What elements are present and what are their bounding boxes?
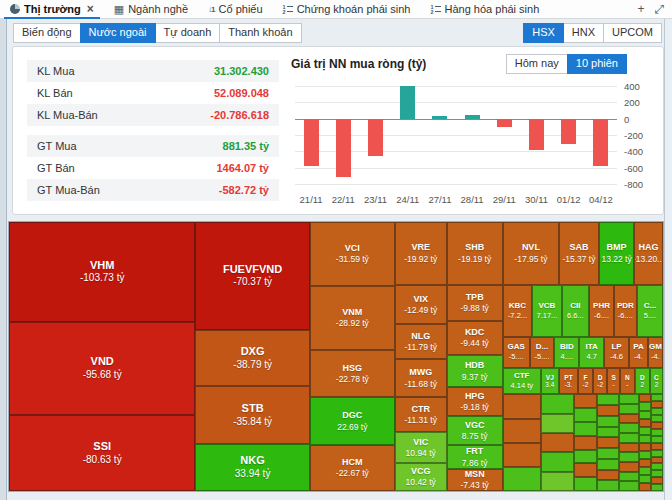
treemap-cell-small[interactable] — [503, 419, 541, 443]
close-icon[interactable]: × — [87, 3, 94, 15]
treemap-cell-small[interactable] — [619, 443, 639, 453]
bar-28-11[interactable] — [465, 115, 480, 119]
treemap-cell-small[interactable] — [651, 408, 663, 415]
exchange-hnx[interactable]: HNX — [563, 23, 604, 43]
treemap-cell-hcm[interactable]: HCM-22.67 tỷ — [310, 445, 395, 491]
treemap-cell-small[interactable] — [541, 433, 574, 452]
treemap-cell-small[interactable] — [541, 414, 574, 433]
treemap-cell-lp[interactable]: LP-4.6 — [604, 337, 629, 368]
treemap-cell-small[interactable] — [651, 484, 663, 491]
treemap-cell-ctf[interactable]: CTF4.14 tỷ — [503, 368, 541, 395]
treemap-cell-small[interactable] — [639, 483, 651, 491]
treemap-cell-vix[interactable]: VIX-12.49 tỷ — [395, 285, 447, 325]
exchange-upcom[interactable]: UPCOM — [603, 23, 662, 43]
treemap-cell-small[interactable] — [651, 401, 663, 408]
bar-24-11[interactable] — [400, 86, 415, 119]
treemap-cell-small[interactable] — [639, 435, 651, 443]
treemap-cell-phr[interactable]: PHR-6.... — [589, 285, 614, 337]
treemap-cell-vcg[interactable]: VCG10.42 tỷ — [395, 463, 447, 491]
bar-21-11[interactable] — [304, 119, 319, 166]
treemap-cell-gm[interactable]: GM-4. — [648, 337, 663, 368]
tab-chung-khoan-phai-sinh[interactable]: 12Chứng khoán phái sinh — [273, 0, 421, 18]
treemap-cell-stb[interactable]: STB-35.84 tỷ — [195, 386, 309, 444]
range-hom-nay[interactable]: Hôm nay — [506, 54, 568, 74]
bar-29-11[interactable] — [497, 119, 512, 127]
treemap-cell-ita[interactable]: ITA4.7 — [579, 337, 604, 368]
treemap-cell-small[interactable] — [619, 481, 639, 491]
bar-22-11[interactable] — [336, 119, 351, 178]
treemap-cell-small[interactable] — [597, 437, 619, 448]
treemap-cell-small[interactable] — [619, 472, 639, 482]
treemap-cell-msn[interactable]: MSN-7.43 tỷ — [447, 469, 503, 491]
treemap-cell-cii[interactable]: CII6.6... — [562, 285, 589, 337]
treemap-cell-small[interactable] — [619, 394, 639, 404]
treemap-cell-small[interactable] — [597, 405, 619, 416]
exchange-hsx[interactable]: HSX — [523, 23, 564, 43]
treemap-cell-dxg[interactable]: DXG-38.79 tỷ — [195, 330, 309, 387]
treemap-cell-n[interactable]: N- — [620, 368, 635, 395]
treemap-cell-vgc[interactable]: VGC8.75 tỷ — [447, 416, 503, 445]
left-splitter[interactable] — [0, 19, 7, 500]
treemap-cell-frt[interactable]: FRT7.86 tỷ — [447, 445, 503, 469]
treemap-cell-small[interactable] — [574, 463, 597, 477]
treemap-cell-pt[interactable]: PT-3. — [559, 368, 578, 395]
treemap-cell-small[interactable] — [597, 448, 619, 459]
treemap-cell-small[interactable] — [597, 470, 619, 481]
treemap-cell-small[interactable] — [651, 470, 663, 477]
treemap-cell-s[interactable]: S- — [607, 368, 619, 395]
treemap-cell-small[interactable] — [639, 475, 651, 483]
add-tab-button[interactable]: + — [637, 3, 644, 15]
treemap-cell-small[interactable] — [639, 427, 651, 435]
bar-27-11[interactable] — [432, 116, 447, 119]
treemap-cell-small[interactable] — [619, 452, 639, 462]
filter-tu-doanh[interactable]: Tự doanh — [155, 23, 221, 43]
treemap-cell-small[interactable] — [503, 443, 541, 467]
treemap-cell-small[interactable] — [619, 423, 639, 433]
treemap-cell-tpb[interactable]: TPB-9.88 tỷ — [447, 285, 503, 321]
treemap-cell-small[interactable] — [651, 394, 663, 401]
treemap-cell-small[interactable] — [639, 467, 651, 475]
treemap-cell-shb[interactable]: SHB-19.19 tỷ — [447, 222, 503, 285]
treemap-cell-d[interactable]: D2 — [635, 368, 650, 395]
tab-co-phieu[interactable]: ↓1Cổ phiếu — [198, 0, 273, 18]
treemap-cell-sab[interactable]: SAB-15.37 tỷ — [559, 222, 599, 285]
treemap-cell-d[interactable]: D...-5.... — [530, 337, 555, 368]
treemap-cell-small[interactable] — [619, 433, 639, 443]
filter-thanh-khoan[interactable]: Thanh khoản — [219, 23, 301, 43]
treemap-cell-small[interactable] — [651, 443, 663, 450]
treemap-cell-small[interactable] — [651, 415, 663, 422]
treemap-cell-small[interactable] — [541, 394, 574, 413]
treemap-cell-small[interactable] — [597, 480, 619, 491]
treemap-cell-hdb[interactable]: HDB9.37 tỷ — [447, 355, 503, 387]
treemap-cell-d[interactable]: D-2 — [593, 368, 607, 395]
treemap-cell-small[interactable] — [503, 394, 541, 418]
tab-hang-hoa-phai-sinh[interactable]: 12Hàng hóa phái sinh — [420, 0, 549, 18]
treemap-cell-small[interactable] — [651, 436, 663, 443]
tab-nganh-nghe[interactable]: ▦Ngành nghề — [104, 0, 198, 18]
treemap-cell-hag[interactable]: HAG-13.20... — [634, 222, 663, 285]
treemap-cell-small[interactable] — [639, 402, 651, 410]
treemap-cell-c[interactable]: C2 — [650, 368, 663, 395]
treemap-cell-small[interactable] — [639, 443, 651, 451]
bar-04-12[interactable] — [593, 119, 608, 167]
expand-icon[interactable]: ⤢ — [654, 3, 664, 15]
treemap-cell-kbc[interactable]: KBC-7.2... — [503, 285, 532, 337]
treemap-cell-small[interactable] — [597, 394, 619, 405]
treemap-cell-vci[interactable]: VCI-31.59 tỷ — [310, 222, 395, 286]
treemap-cell-vic[interactable]: VIC10.94 tỷ — [395, 432, 447, 463]
bar-23-11[interactable] — [368, 119, 383, 156]
treemap-cell-small[interactable] — [639, 411, 651, 419]
treemap-cell-small[interactable] — [651, 477, 663, 484]
filter-bien-dong[interactable]: Biến động — [13, 23, 81, 43]
treemap-cell-vnd[interactable]: VND-95.68 tỷ — [9, 322, 195, 416]
treemap-cell-nvl[interactable]: NVL-17.95 tỷ — [503, 222, 559, 285]
treemap-cell-mwg[interactable]: MWG-11.68 tỷ — [395, 359, 447, 397]
treemap-cell-small[interactable] — [503, 467, 541, 491]
treemap-cell-small[interactable] — [541, 472, 574, 491]
treemap-cell-gas[interactable]: GAS-5.... — [503, 337, 530, 368]
treemap-cell-c[interactable]: C...5.... — [637, 285, 663, 337]
treemap-cell-bmp[interactable]: BMP13.22 tỷ — [599, 222, 634, 285]
treemap-cell-small[interactable] — [574, 422, 597, 436]
treemap-cell-small[interactable] — [597, 427, 619, 438]
treemap-cell-ssi[interactable]: SSI-80.63 tỷ — [9, 415, 195, 491]
